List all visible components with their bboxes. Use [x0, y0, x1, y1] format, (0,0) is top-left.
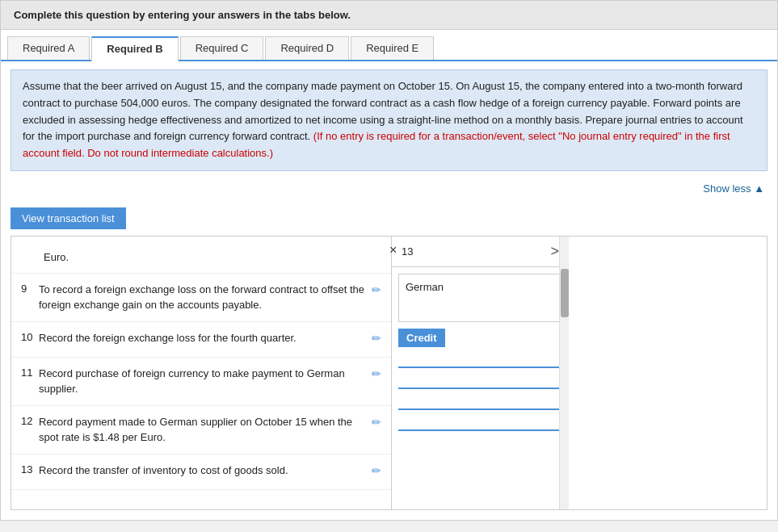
row-num-12: 12: [21, 414, 39, 427]
tab-required-e[interactable]: Required E: [351, 36, 434, 60]
table-row: 10 Record the foreign exchange loss for …: [11, 322, 391, 358]
close-button[interactable]: ×: [389, 243, 397, 258]
credit-input-1[interactable]: [398, 350, 562, 368]
instruction-bar: Complete this question by entering your …: [1, 1, 777, 30]
row-desc-10: Record the foreign exchange loss for the…: [39, 330, 372, 346]
german-text: German: [406, 281, 444, 293]
credit-input-3[interactable]: [398, 392, 562, 410]
credit-label: Credit: [398, 329, 445, 347]
tab-required-d[interactable]: Required D: [265, 36, 349, 60]
row-desc-11: Record purchase of foreign currency to m…: [39, 366, 372, 397]
credit-section: Credit: [392, 329, 569, 431]
row-desc-12: Record payment made to German supplier o…: [39, 414, 372, 446]
euro-text: Euro.: [44, 251, 69, 263]
edit-icon-10[interactable]: ✏: [372, 332, 381, 345]
description-box: Assume that the beer arrived on August 1…: [11, 69, 767, 171]
tab-required-b[interactable]: Required B: [91, 36, 178, 61]
right-panel-header: 13 >: [392, 237, 569, 267]
edit-icon-12[interactable]: ✏: [372, 416, 381, 429]
edit-icon-9[interactable]: ✏: [372, 283, 381, 296]
table-row: 11 Record purchase of foreign currency t…: [11, 358, 391, 406]
right-panel: 13 > German Credit: [391, 237, 569, 509]
table-row: 12 Record payment made to German supplie…: [11, 406, 391, 455]
scrollbar[interactable]: [559, 237, 569, 509]
row-desc-9: To record a foreign exchange loss on the…: [39, 282, 372, 313]
table-row: 9 To record a foreign exchange loss on t…: [11, 274, 391, 322]
table-row: 13 Record the transfer of inventory to c…: [11, 455, 391, 490]
row-desc-13: Record the transfer of inventory to cost…: [39, 463, 372, 479]
instruction-text: Complete this question by entering your …: [14, 9, 351, 21]
row-num-10: 10: [21, 330, 39, 343]
main-content: × Euro. 9 To record a foreign exchange l…: [11, 236, 767, 510]
credit-input-4[interactable]: [398, 413, 562, 431]
tab-required-a[interactable]: Required A: [7, 36, 90, 60]
view-transaction-button[interactable]: View transaction list: [11, 207, 126, 229]
row-num-9: 9: [21, 282, 39, 295]
tab-required-c[interactable]: Required C: [180, 36, 264, 60]
row-num-13: 13: [21, 463, 39, 475]
show-less-link[interactable]: Show less ▲: [1, 179, 777, 201]
edit-icon-13[interactable]: ✏: [372, 464, 381, 477]
german-box: German: [398, 274, 562, 322]
edit-icon-11[interactable]: ✏: [372, 367, 381, 380]
tabs-row: Required A Required B Required C Require…: [1, 30, 777, 61]
next-arrow[interactable]: >: [550, 243, 559, 260]
credit-input-2[interactable]: [398, 371, 562, 389]
euro-row: Euro.: [11, 245, 391, 274]
scrollbar-thumb: [561, 269, 569, 317]
row-num-11: 11: [21, 366, 39, 379]
page-number: 13: [402, 245, 413, 258]
left-panel: Euro. 9 To record a foreign exchange los…: [11, 237, 391, 498]
